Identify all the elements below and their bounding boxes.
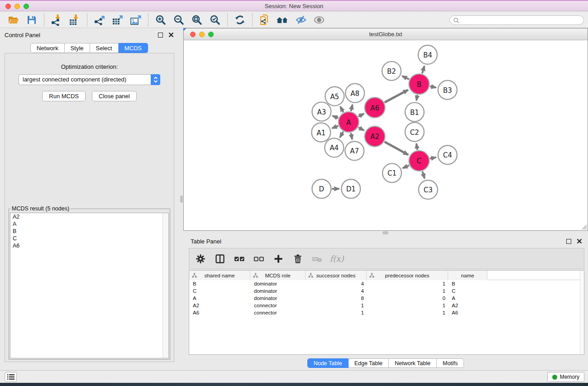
graph-edge-A-A6[interactable] bbox=[359, 114, 364, 117]
close-table-panel-icon[interactable] bbox=[577, 238, 582, 244]
column-header-successor-nodes[interactable]: successor nodes bbox=[306, 271, 367, 280]
mcds-result-item[interactable]: B bbox=[10, 228, 168, 235]
graph-edge-C-C4[interactable] bbox=[430, 157, 436, 159]
table-cell[interactable]: 1 bbox=[367, 287, 448, 295]
table-cell[interactable]: 0 bbox=[367, 295, 448, 302]
table-cell[interactable]: B bbox=[189, 280, 250, 287]
delete-table-button-disabled[interactable] bbox=[311, 253, 323, 265]
graph-edge-A-A8[interactable] bbox=[351, 105, 352, 111]
mcds-result-item[interactable]: A bbox=[10, 220, 168, 228]
table-settings-button[interactable] bbox=[195, 253, 206, 265]
table-cell[interactable]: 8 bbox=[306, 295, 367, 302]
column-header-shared-name[interactable]: shared name bbox=[189, 271, 250, 280]
table-cell[interactable]: B bbox=[448, 280, 488, 287]
table-cell[interactable]: A bbox=[189, 295, 250, 302]
graph-edge-A-A3[interactable] bbox=[333, 116, 339, 118]
graph-edge-A-A1[interactable] bbox=[332, 126, 339, 128]
table-cell[interactable]: 1 bbox=[367, 280, 448, 287]
mcds-result-item[interactable]: C bbox=[10, 235, 168, 242]
export-table-button[interactable] bbox=[109, 13, 127, 27]
save-session-button[interactable] bbox=[23, 13, 41, 27]
tab-mcds[interactable]: MCDS bbox=[119, 43, 148, 53]
table-cell[interactable]: dominator bbox=[250, 280, 306, 287]
graph-edge-A6-B[interactable] bbox=[385, 90, 408, 103]
table-cell[interactable]: A6 bbox=[448, 309, 488, 316]
tab-network-table[interactable]: Network Table bbox=[389, 358, 437, 368]
table-row[interactable]: Adominator80A bbox=[189, 295, 584, 302]
show-panels-button[interactable] bbox=[5, 372, 17, 382]
import-network-button[interactable] bbox=[48, 13, 66, 27]
table-cell[interactable]: connector bbox=[250, 302, 306, 309]
table-row[interactable]: A6connector11A6 bbox=[189, 309, 584, 316]
table-cell[interactable]: A6 bbox=[189, 309, 250, 316]
table-cell[interactable]: 4 bbox=[306, 287, 367, 295]
graph-edge-A-A5[interactable] bbox=[340, 106, 344, 112]
graph-edge-B-B4[interactable] bbox=[422, 66, 425, 73]
create-column-button[interactable] bbox=[272, 253, 284, 265]
table-cell[interactable]: C bbox=[448, 287, 488, 295]
table-cell[interactable]: A2 bbox=[189, 302, 250, 309]
tab-select[interactable]: Select bbox=[90, 43, 119, 53]
delete-columns-button[interactable] bbox=[292, 253, 304, 265]
close-panel-icon[interactable] bbox=[168, 32, 174, 38]
graph-edge-B-B3[interactable] bbox=[430, 86, 436, 88]
zoom-fit-button[interactable] bbox=[188, 13, 206, 27]
zoom-selected-button[interactable] bbox=[206, 13, 224, 27]
graph-edge-A-A7[interactable] bbox=[351, 133, 352, 139]
network-horizontal-scrollbar-thumb[interactable] bbox=[382, 231, 388, 234]
graph-edge-B-B1[interactable] bbox=[416, 95, 417, 100]
column-header-mcds-role[interactable]: MCDS role bbox=[250, 271, 306, 280]
table-row[interactable]: A2connector11A2 bbox=[189, 302, 584, 309]
graph-edge-A2-C[interactable] bbox=[384, 142, 408, 155]
table-cell[interactable]: 1 bbox=[367, 302, 448, 309]
table-cell[interactable]: 1 bbox=[306, 309, 367, 316]
table-cell[interactable]: connector bbox=[250, 309, 306, 316]
table-scrollbar[interactable] bbox=[580, 271, 584, 354]
table-cell[interactable]: dominator bbox=[250, 295, 306, 302]
clone-network-button[interactable] bbox=[256, 13, 274, 27]
search-input[interactable] bbox=[459, 16, 583, 24]
table-cell[interactable]: C bbox=[189, 287, 250, 295]
zoom-out-button[interactable] bbox=[170, 13, 188, 27]
run-mcds-button[interactable]: Run MCDS bbox=[42, 91, 86, 101]
column-header-predecessor-nodes[interactable]: predecessor nodes bbox=[367, 271, 448, 280]
show-column-panel-button[interactable] bbox=[214, 253, 226, 265]
network-canvas[interactable]: B4B2BB3A8A5A6A3B1AC2A1A2A4A7C4CC1C3DD1 bbox=[184, 40, 588, 230]
resize-grip[interactable] bbox=[581, 224, 587, 230]
function-builder-button-disabled[interactable]: f(x) bbox=[331, 253, 343, 265]
open-file-button[interactable] bbox=[5, 13, 23, 27]
home-button[interactable] bbox=[274, 13, 292, 27]
tab-motifs[interactable]: Motifs bbox=[437, 358, 464, 368]
tab-edge-table[interactable]: Edge Table bbox=[349, 358, 389, 368]
network-vertical-scrollbar-thumb[interactable] bbox=[180, 195, 183, 203]
graph-edge-A-A4[interactable] bbox=[340, 132, 343, 138]
table-cell[interactable]: dominator bbox=[250, 287, 306, 295]
hide-graphics-details-button[interactable] bbox=[292, 13, 310, 27]
show-hide-button[interactable] bbox=[310, 13, 328, 27]
graph-edge-C-C1[interactable] bbox=[403, 165, 409, 168]
import-table-button[interactable] bbox=[66, 13, 84, 27]
network-window-titlebar[interactable]: testGlobe.txt bbox=[184, 29, 588, 40]
table-cell[interactable]: 4 bbox=[306, 280, 367, 287]
float-panel-icon[interactable] bbox=[158, 33, 163, 38]
list-scrollbar[interactable] bbox=[163, 213, 168, 358]
table-cell[interactable]: 1 bbox=[367, 309, 448, 316]
table-row[interactable]: Bdominator41B bbox=[189, 280, 584, 287]
zoom-in-button[interactable] bbox=[152, 13, 170, 27]
graph-edge-B-B2[interactable] bbox=[402, 76, 409, 79]
table-row[interactable]: Cdominator41C bbox=[189, 287, 584, 295]
table-cell[interactable]: A2 bbox=[448, 302, 488, 309]
export-image-button[interactable] bbox=[127, 13, 145, 27]
graph-edge-C-C3[interactable] bbox=[422, 172, 425, 179]
tab-node-table[interactable]: Node Table bbox=[307, 358, 349, 368]
export-network-button[interactable] bbox=[91, 13, 109, 27]
select-all-columns-button[interactable] bbox=[234, 253, 245, 265]
optimization-criterion-select[interactable]: largest connected component (directed) bbox=[19, 74, 160, 85]
column-header-name[interactable]: name bbox=[448, 271, 488, 280]
tab-style[interactable]: Style bbox=[65, 43, 90, 53]
float-table-panel-icon[interactable] bbox=[566, 239, 571, 244]
deselect-all-columns-button[interactable] bbox=[253, 253, 265, 265]
mcds-result-item[interactable]: A6 bbox=[10, 242, 168, 249]
table-cell[interactable]: 1 bbox=[306, 302, 367, 309]
table-cell[interactable]: A bbox=[448, 295, 488, 302]
